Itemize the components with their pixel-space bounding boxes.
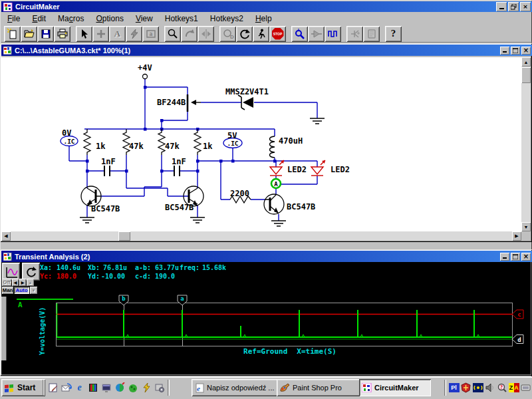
- cursor-left-button[interactable]: ◀: [12, 279, 19, 286]
- resistor-r3[interactable]: [158, 129, 165, 155]
- simulation-mode-button[interactable]: D: [219, 26, 236, 42]
- probe-tool-button[interactable]: [291, 26, 308, 42]
- save-button[interactable]: [37, 26, 54, 42]
- scroll-up-button[interactable]: ▲: [521, 57, 531, 66]
- select-tool-button[interactable]: [76, 26, 92, 42]
- schematic-hscrollbar[interactable]: ◀ ▶: [1, 231, 521, 241]
- macro-button[interactable]: [363, 26, 380, 42]
- wire-tool-button[interactable]: [126, 26, 142, 42]
- jfet-bf244b[interactable]: [188, 94, 201, 112]
- schematic-maximize-button[interactable]: [511, 47, 520, 55]
- keyboard-language-indicator[interactable]: Pl: [448, 382, 460, 393]
- led-d1[interactable]: [270, 160, 284, 176]
- main-titlebar[interactable]: CircuitMaker ×: [1, 1, 532, 12]
- task-button-napisz[interactable]: e Napisz odpowiedź ...: [192, 379, 279, 396]
- step-button[interactable]: [253, 26, 269, 42]
- print-button[interactable]: [54, 26, 70, 42]
- cursor-right-button[interactable]: ▶: [19, 279, 26, 286]
- waveforms-button[interactable]: [325, 26, 341, 42]
- trace-button[interactable]: [308, 26, 325, 42]
- system-tool-icon[interactable]: [153, 380, 166, 395]
- search-help-icon[interactable]: ?: [496, 382, 507, 393]
- marker-a-flag[interactable]: a: [178, 295, 187, 305]
- scroll-down-button[interactable]: ▼: [521, 222, 531, 231]
- task-button-circuitmaker[interactable]: CircuitMaker: [359, 379, 431, 396]
- animation-shop-icon[interactable]: [140, 380, 152, 395]
- task-button-paintshoppro[interactable]: Paint Shop Pro: [277, 379, 362, 396]
- menu-hotkeys2[interactable]: Hotkeys2: [204, 13, 249, 25]
- capacitor-c2[interactable]: [174, 166, 180, 176]
- menu-hotkeys1[interactable]: Hotkeys1: [159, 13, 204, 25]
- transient-titlebar[interactable]: Transient Analysis (2) ×: [1, 251, 532, 262]
- stop-button[interactable]: STOP: [269, 26, 286, 42]
- power-terminal[interactable]: [143, 74, 148, 79]
- green-app-icon[interactable]: [126, 380, 139, 395]
- new-message-icon[interactable]: [47, 380, 59, 395]
- capacitor-c1[interactable]: [104, 166, 110, 176]
- help-button[interactable]: ?: [385, 26, 402, 42]
- cursor-d-flag[interactable]: d: [512, 335, 523, 344]
- reset-button[interactable]: [236, 26, 253, 42]
- resistor-r4[interactable]: [194, 129, 201, 155]
- label-r4: 1k: [203, 142, 213, 151]
- menu-help[interactable]: Help: [249, 13, 278, 25]
- network-signal-icon[interactable]: [472, 382, 483, 393]
- menu-view[interactable]: View: [130, 13, 159, 25]
- transient-maximize-button[interactable]: [511, 253, 520, 261]
- schematic-titlebar[interactable]: C:\...\AstableGUMA3.ckt* 100%(1) ×: [1, 45, 532, 56]
- auto-button[interactable]: Auto: [14, 287, 29, 294]
- junction-tool-button[interactable]: [92, 26, 109, 42]
- zoom-tool-button[interactable]: [164, 26, 181, 42]
- menu-edit[interactable]: Edit: [26, 13, 52, 25]
- internet-explorer-icon[interactable]: e: [73, 380, 86, 395]
- cursor-c-flag[interactable]: c: [512, 310, 523, 319]
- man-button[interactable]: Man: [2, 287, 13, 294]
- off-button[interactable]: Off: [2, 279, 11, 286]
- menu-macros[interactable]: Macros: [52, 13, 90, 25]
- new-file-button[interactable]: [4, 26, 21, 42]
- paint-shop-pro-icon[interactable]: [113, 380, 126, 395]
- text-tool-button[interactable]: A: [109, 26, 126, 42]
- transient-minimize-button[interactable]: [500, 253, 509, 261]
- cursor-down-button[interactable]: ▼: [30, 287, 37, 294]
- schematic-vscrollbar[interactable]: ▲ ▼: [521, 57, 531, 231]
- start-button[interactable]: Start: [1, 379, 45, 396]
- led-d2[interactable]: [311, 160, 325, 176]
- menu-options[interactable]: Options: [90, 13, 129, 25]
- legend-label[interactable]: A: [18, 301, 23, 309]
- close-button[interactable]: ×: [520, 2, 531, 11]
- mirror-button[interactable]: [198, 26, 214, 42]
- volume-icon[interactable]: [484, 382, 495, 393]
- schematic-minimize-button[interactable]: [500, 47, 509, 55]
- transient-close-button[interactable]: ×: [521, 253, 531, 261]
- show-desktop-icon[interactable]: [100, 380, 112, 395]
- schematic-close-button[interactable]: ×: [521, 47, 531, 55]
- zonealarm-icon[interactable]: ZA: [508, 382, 519, 393]
- refresh-button[interactable]: [22, 263, 40, 281]
- inductor-l1[interactable]: [270, 136, 275, 158]
- minimize-button[interactable]: [496, 2, 507, 11]
- connectivity-check-button[interactable]: [346, 26, 363, 42]
- circuitmaker-app-icon: [3, 3, 13, 11]
- restore-button[interactable]: [508, 2, 519, 11]
- delete-tool-button[interactable]: a: [142, 26, 159, 42]
- vscroll-thumb[interactable]: [521, 67, 531, 83]
- media-player-icon[interactable]: [86, 380, 99, 395]
- scroll-left-button[interactable]: ◀: [1, 231, 11, 241]
- display-settings-icon[interactable]: [520, 382, 531, 393]
- resistor-r1[interactable]: [84, 129, 90, 155]
- hscroll-thumb[interactable]: [118, 231, 130, 241]
- transistor-q3[interactable]: [264, 194, 284, 214]
- scroll-right-button[interactable]: ▶: [512, 231, 521, 241]
- antivirus-shield-icon[interactable]: [460, 382, 471, 393]
- open-file-button[interactable]: [21, 26, 37, 42]
- cursor-up-button[interactable]: ▲: [27, 279, 34, 286]
- waveform-setup-button[interactable]: [2, 263, 20, 281]
- schematic-canvas[interactable]: +4V BF244B MMSZ2V4T1 0V .IC 5V .IC 1k 47…: [1, 57, 521, 231]
- label-vplus: +4V: [138, 63, 152, 72]
- marker-b-flag[interactable]: b: [119, 295, 128, 305]
- outlook-express-icon[interactable]: [60, 380, 72, 395]
- transistor-q1[interactable]: [81, 186, 101, 206]
- menu-file[interactable]: File: [1, 13, 26, 25]
- rotate-button[interactable]: [181, 26, 198, 42]
